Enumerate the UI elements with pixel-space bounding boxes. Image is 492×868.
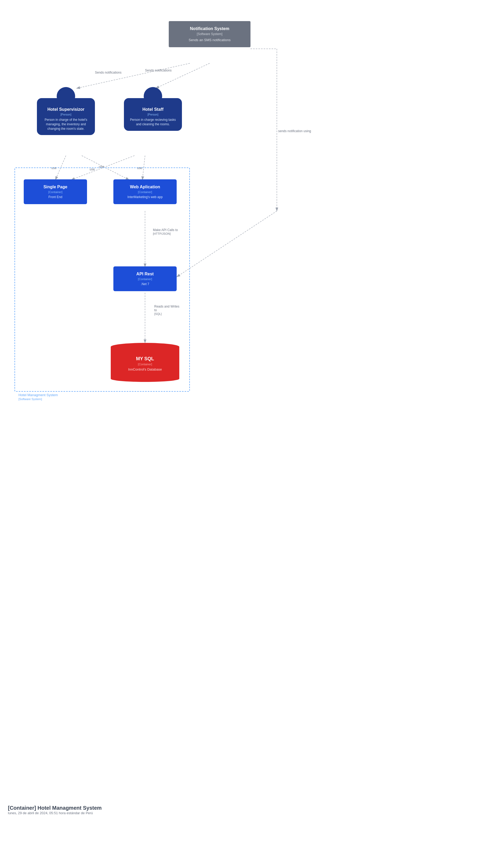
single-page-type: [Container] (29, 190, 82, 194)
footer-subtitle: lunes, 29 de abril de 2024, 05:51 hora e… (8, 811, 102, 815)
make-api-calls-label: Make API Calls to[HTTP/JSON] (153, 228, 178, 236)
hotel-staff-person: Hotel Staff [Person] Person in charge re… (124, 87, 182, 131)
api-rest-title: API Rest (119, 272, 171, 276)
hotel-supervisizor-title: Hotel Supervisizor (40, 107, 92, 112)
notification-system-title: Notification System (174, 26, 245, 31)
hotel-supervisizor-desc: Person in charge of the hotel's managing… (40, 118, 92, 131)
sends-notification-using-label: sends notification using (278, 129, 311, 133)
svg-line-2 (76, 63, 190, 88)
footer: [Container] Hotel Managment System lunes… (8, 805, 102, 815)
hotel-supervisizor-type: [Person] (40, 113, 92, 116)
api-rest-desc: .Net 7 (119, 282, 171, 286)
api-rest-box: API Rest [Container] .Net 7 (114, 266, 177, 291)
web-application-box: Web Aplication [Container] InterMarketin… (114, 179, 177, 204)
web-app-type: [Container] (119, 190, 171, 194)
hotel-mgmt-system-label: Hotel Managment System [Software System] (19, 393, 58, 401)
hotel-staff-title: Hotel Staff (127, 107, 179, 112)
mysql-cylinder-body: MY SQL [Container] InnControl's Database (111, 351, 179, 377)
footer-title: [Container] Hotel Managment System (8, 805, 102, 811)
diagram-container: Notification System [Software System] Se… (0, 0, 492, 831)
svg-line-11 (177, 211, 277, 277)
hotel-staff-desc: Person in charge recieving tasks and cle… (127, 118, 179, 127)
mysql-title: MY SQL (116, 356, 174, 362)
web-app-desc: InterMarketing's web app (119, 195, 171, 199)
mysql-cylinder-bottom (111, 377, 179, 382)
svg-line-3 (155, 63, 210, 88)
notification-system-description: Sends an SMS notifications (174, 38, 245, 42)
mysql-type: [Container] (116, 363, 174, 366)
hotel-staff-type: [Person] (127, 113, 179, 116)
sends-notifications-label-1: Sends notifications (95, 71, 122, 74)
mysql-box: MY SQL [Container] InnControl's Database (111, 343, 179, 382)
mysql-desc: InnControl's Database (116, 367, 174, 371)
hotel-supervisizor-person: Hotel Supervisizor [Person] Person in ch… (37, 87, 95, 135)
notification-system-type: [Software System] (174, 32, 245, 36)
api-rest-type: [Container] (119, 278, 171, 281)
single-page-box: Single Page [Container] Front End (24, 179, 87, 204)
reads-writes-label: Reads and Writesto[SQL] (154, 305, 179, 316)
notification-system-box: Notification System [Software System] Se… (169, 21, 250, 47)
mysql-cylinder-top (111, 343, 179, 351)
sends-notifications-label-2: Sends notifications (145, 69, 172, 72)
single-page-desc: Front End (29, 195, 82, 199)
single-page-title: Single Page (29, 185, 82, 189)
web-app-title: Web Aplication (119, 185, 171, 189)
